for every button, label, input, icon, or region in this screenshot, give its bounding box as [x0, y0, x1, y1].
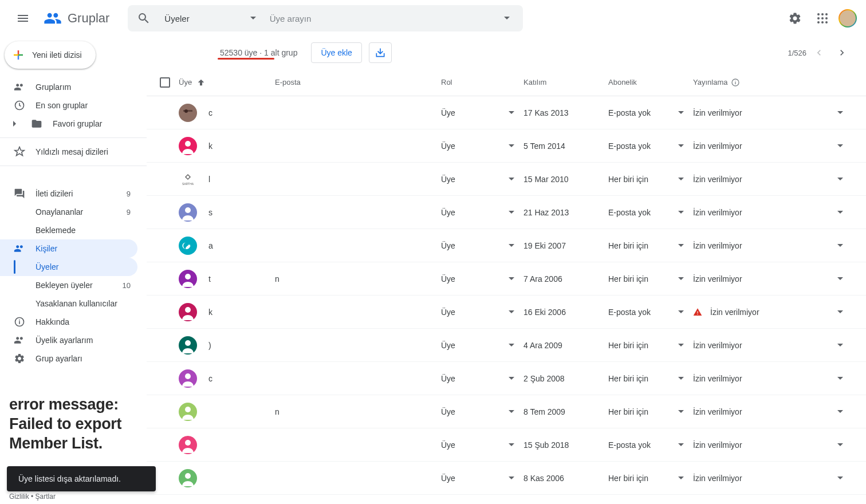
subscription-select[interactable]: Her biri için	[608, 175, 693, 184]
select-all-checkbox[interactable]	[160, 77, 170, 88]
subscription-select[interactable]: E-posta yok	[608, 108, 693, 117]
posting-select[interactable]: İzin verilmiyor	[693, 108, 852, 117]
apps-button[interactable]	[811, 7, 834, 30]
apps-grid-icon	[816, 11, 829, 25]
info-icon	[731, 78, 740, 87]
sidebar-item-banned[interactable]: Yasaklanan kullanıcılar	[0, 294, 137, 313]
settings-button[interactable]	[784, 7, 806, 30]
posting-select[interactable]: İzin verilmiyor	[693, 440, 852, 450]
sidebar-item-pending-members[interactable]: Bekleyen üyeler 10	[0, 276, 137, 294]
sidebar-item-membership[interactable]: Üyelik ayarlarım	[0, 331, 137, 349]
search-button[interactable]	[132, 7, 155, 30]
table-row[interactable]: tnÜye7 Ara 2006Her biri içinİzin verilmi…	[147, 262, 866, 296]
role-select[interactable]: Üye	[441, 407, 523, 416]
sidebar-item-my-groups[interactable]: Gruplarım	[0, 78, 137, 96]
table-row[interactable]: nÜye8 Tem 2009Her biri içinİzin verilmiy…	[147, 395, 866, 428]
column-header-posting[interactable]: Yayınlama	[693, 78, 852, 87]
posting-select[interactable]: İzin verilmiyor	[693, 141, 852, 151]
terms-link[interactable]: Şartlar	[36, 493, 56, 501]
posting-select[interactable]: İzin verilmiyor	[693, 474, 852, 483]
table-row[interactable]: ) Üye4 Ara 2009Her biri içinİzin verilmi…	[147, 329, 866, 362]
logo[interactable]: Gruplar	[41, 7, 109, 30]
subscription-select[interactable]: Her biri için	[608, 341, 693, 350]
role-select[interactable]: Üye	[441, 474, 523, 483]
posting-select[interactable]: İzin verilmiyor	[693, 308, 852, 317]
toast-error: Üye listesi dışa aktarılamadı.	[7, 466, 156, 491]
join-date: 2 Şub 2008	[523, 374, 608, 383]
role-select[interactable]: Üye	[441, 141, 523, 151]
sidebar-item-approved[interactable]: Onaylananlar 9	[0, 203, 137, 221]
hamburger-icon	[16, 11, 30, 25]
role-select[interactable]: Üye	[441, 308, 523, 317]
sidebar-item-label: Bekleyen üyeler	[36, 281, 112, 290]
role-select[interactable]: Üye	[441, 274, 523, 284]
warning-icon	[693, 308, 702, 317]
role-select[interactable]: Üye	[441, 108, 523, 117]
account-avatar[interactable]	[839, 9, 857, 27]
privacy-link[interactable]: Gizlilik	[9, 493, 29, 501]
sidebar-item-starred[interactable]: Yıldızlı mesaj dizileri	[0, 143, 137, 161]
export-list-button[interactable]	[369, 42, 392, 63]
subscription-select[interactable]: Her biri için	[608, 274, 693, 284]
search-input[interactable]	[265, 14, 496, 23]
member-avatar	[179, 336, 197, 355]
role-select[interactable]: Üye	[441, 208, 523, 217]
subscription-select[interactable]: E-posta yok	[608, 208, 693, 217]
sidebar-item-favorite-groups[interactable]: Favori gruplar	[0, 115, 137, 133]
member-avatar	[179, 203, 197, 222]
role-select[interactable]: Üye	[441, 374, 523, 383]
page-prev-button[interactable]	[809, 42, 829, 63]
subscription-select[interactable]: Her biri için	[608, 374, 693, 383]
subscription-select[interactable]: E-posta yok	[608, 308, 693, 317]
sidebar-item-threads[interactable]: İleti dizileri 9	[0, 184, 137, 203]
svg-point-5	[825, 17, 828, 19]
role-select[interactable]: Üye	[441, 440, 523, 450]
main-menu-button[interactable]	[9, 5, 37, 32]
posting-select[interactable]: İzin verilmiyor	[693, 341, 852, 350]
search-scope-label: Üyeler	[164, 14, 189, 23]
sidebar-item-pending[interactable]: Beklemede	[0, 221, 137, 239]
search-scope-select[interactable]: Üyeler	[155, 14, 265, 23]
posting-select[interactable]: İzin verilmiyor	[693, 175, 852, 184]
page-next-button[interactable]	[832, 42, 852, 63]
subscription-select[interactable]: E-posta yok	[608, 440, 693, 450]
table-row[interactable]: a Üye19 Eki 2007Her biri içinİzin verilm…	[147, 229, 866, 262]
role-select[interactable]: Üye	[441, 175, 523, 184]
sidebar-item-members[interactable]: Üyeler	[0, 258, 137, 276]
table-row[interactable]: k Üye5 Tem 2014E-posta yokİzin verilmiyo…	[147, 129, 866, 163]
add-member-button[interactable]: Üye ekle	[311, 42, 361, 63]
subscription-select[interactable]: Her biri için	[608, 241, 693, 250]
table-row[interactable]: k Üye16 Eki 2006E-posta yokİzin verilmiy…	[147, 296, 866, 329]
subscription-select[interactable]: E-posta yok	[608, 141, 693, 151]
table-row[interactable]: Üye8 Kas 2006Her biri içinİzin verilmiyo…	[147, 462, 866, 495]
column-header-role[interactable]: Rol	[441, 78, 523, 86]
sidebar-item-group-settings[interactable]: Grup ayarları	[0, 349, 137, 368]
table-row[interactable]: Üye15 Şub 2018E-posta yokİzin verilmiyor	[147, 428, 866, 462]
sidebar-item-recent-groups[interactable]: En son gruplar	[0, 96, 137, 115]
table-row[interactable]: s Üye21 Haz 2013E-posta yokİzin verilmiy…	[147, 196, 866, 229]
member-avatar	[179, 270, 197, 288]
subscription-select[interactable]: Her biri için	[608, 474, 693, 483]
column-header-subscription[interactable]: Abonelik	[608, 78, 693, 86]
posting-select[interactable]: İzin verilmiyor	[693, 374, 852, 383]
role-select[interactable]: Üye	[441, 341, 523, 350]
sidebar-item-people[interactable]: Kişiler	[0, 239, 137, 258]
role-select[interactable]: Üye	[441, 241, 523, 250]
search-options-button[interactable]	[495, 7, 518, 30]
members-table: Üye E-posta Rol Katılım Abonelik Yayınla…	[147, 69, 866, 504]
posting-select[interactable]: İzin verilmiyor	[693, 208, 852, 217]
posting-select[interactable]: İzin verilmiyor	[693, 241, 852, 250]
table-row[interactable]: c Üye17 Kas 2013E-posta yokİzin verilmiy…	[147, 96, 866, 129]
posting-select[interactable]: İzin verilmiyor	[693, 274, 852, 284]
new-thread-button[interactable]: Yeni ileti dizisi	[5, 41, 96, 69]
member-count-text: 52530 üye · 1 alt grup	[220, 48, 297, 57]
column-header-email[interactable]: E-posta	[275, 78, 441, 86]
table-row[interactable]: c Üye2 Şub 2008Her biri içinİzin verilmi…	[147, 362, 866, 395]
posting-select[interactable]: İzin verilmiyor	[693, 407, 852, 416]
subscription-select[interactable]: Her biri için	[608, 407, 693, 416]
table-row[interactable]: SARTHAl Üye15 Mar 2010Her biri içinİzin …	[147, 163, 866, 196]
search-icon	[137, 11, 151, 25]
sidebar-item-label: Favori gruplar	[53, 119, 131, 128]
sidebar-item-about[interactable]: Hakkında	[0, 313, 137, 331]
column-header-member[interactable]: Üye	[179, 78, 275, 87]
